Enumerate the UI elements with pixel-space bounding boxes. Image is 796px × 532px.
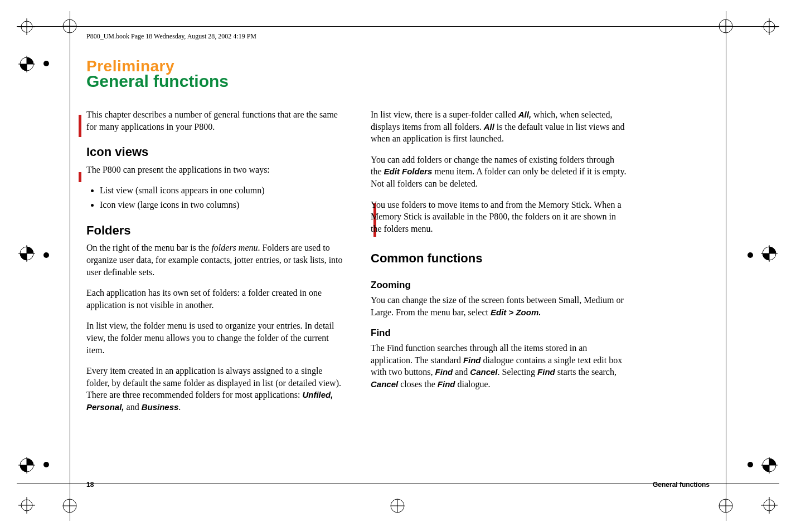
registration-dot-icon (746, 251, 755, 260)
chapter-title: General functions (86, 72, 710, 91)
text-run-bolditalic: Edit > Zoom. (491, 308, 541, 317)
text-run-bolditalic: All, (518, 110, 531, 119)
right-paragraph-1: In list view, there is a super-folder ca… (371, 109, 627, 145)
text-run: starts the search, (555, 367, 617, 377)
text-run: closes the (398, 379, 438, 389)
text-run-bolditalic: Cancel (470, 367, 497, 377)
svg-point-43 (43, 252, 49, 258)
icon-views-paragraph: The P800 can present the applications in… (86, 164, 343, 176)
svg-point-44 (43, 462, 49, 467)
registration-dot-icon (42, 251, 51, 260)
footer-section-title: General functions (653, 481, 710, 489)
crop-line (70, 11, 70, 521)
registration-mark-icon (18, 18, 35, 35)
registration-mark-icon (761, 457, 778, 474)
page-number: 18 (86, 481, 94, 489)
change-bar-icon (79, 115, 81, 137)
folders-paragraph-4: Every item created in an application is … (86, 365, 343, 413)
text-run: and (124, 402, 142, 412)
text-run: On the right of the menu bar is the (86, 243, 211, 252)
text-run-bolditalic: Business (142, 402, 179, 412)
registration-mark-icon (761, 18, 778, 35)
registration-mark-icon (62, 19, 77, 33)
registration-mark-icon (390, 499, 405, 513)
icon-views-list: List view (small icons appears in one co… (86, 184, 343, 211)
running-header: P800_UM.book Page 18 Wednesday, August 2… (86, 32, 710, 41)
folders-paragraph-2: Each application has its own set of fold… (86, 287, 343, 311)
text-run: . Selecting (498, 367, 538, 377)
registration-mark-icon (719, 19, 733, 33)
registration-mark-icon (761, 497, 778, 514)
registration-dot-icon (42, 59, 51, 68)
text-run-bolditalic: Cancel (371, 379, 398, 389)
right-column: In list view, there is a super-folder ca… (371, 109, 627, 422)
right-paragraph-2: You can add folders or change the names … (371, 154, 627, 190)
text-run-italic: folders menu (211, 243, 258, 252)
heading-folders: Folders (86, 222, 343, 239)
heading-common-functions: Common functions (371, 250, 627, 267)
registration-mark-icon (62, 499, 77, 513)
svg-point-42 (43, 61, 49, 66)
crop-line (726, 11, 726, 521)
text-run: dialogue. (455, 379, 491, 389)
page-footer: 18 General functions (86, 481, 710, 489)
text-run-bolditalic: Edit Folders (384, 167, 433, 176)
svg-point-45 (748, 252, 753, 258)
change-bar-icon (79, 172, 81, 182)
text-run-bolditalic: Find (438, 379, 455, 389)
right-paragraph-3: You use folders to move items to and fro… (371, 199, 627, 235)
registration-mark-icon (761, 245, 778, 262)
registration-dot-icon (42, 460, 51, 469)
intro-paragraph: This chapter describes a number of gener… (86, 109, 343, 133)
folders-paragraph-3: In list view, the folder menu is used to… (86, 320, 343, 356)
registration-mark-icon (18, 497, 35, 514)
registration-mark-icon (719, 499, 733, 513)
zooming-paragraph: You can change the size of the screen fo… (371, 294, 627, 318)
text-run: In list view, there is a super-folder ca… (371, 110, 518, 119)
text-run: . (178, 402, 181, 412)
text-run: and (453, 367, 470, 377)
two-column-layout: This chapter describes a number of gener… (86, 109, 710, 422)
text-run-bolditalic: Find (435, 367, 453, 377)
heading-icon-views: Icon views (86, 144, 343, 160)
crop-line (17, 26, 779, 27)
list-item: List view (small icons appears in one co… (100, 184, 343, 197)
registration-mark-icon (18, 457, 35, 474)
registration-mark-icon (18, 245, 35, 262)
text-run-bolditalic: All (484, 122, 494, 131)
registration-dot-icon (746, 460, 755, 469)
text-run-bolditalic: Find (463, 355, 481, 365)
text-run-bolditalic: Find (537, 367, 555, 377)
list-item: Icon view (large icons in two columns) (100, 199, 343, 211)
find-paragraph: The Find function searches through all t… (371, 342, 627, 390)
registration-mark-icon (18, 56, 35, 72)
folders-paragraph-1: On the right of the menu bar is the fold… (86, 242, 343, 278)
heading-zooming: Zooming (371, 279, 627, 292)
svg-point-46 (748, 462, 753, 467)
heading-find: Find (371, 327, 627, 340)
page-container: P800_UM.book Page 18 Wednesday, August 2… (0, 0, 796, 532)
left-column: This chapter describes a number of gener… (86, 109, 343, 422)
content-area: P800_UM.book Page 18 Wednesday, August 2… (86, 32, 710, 422)
